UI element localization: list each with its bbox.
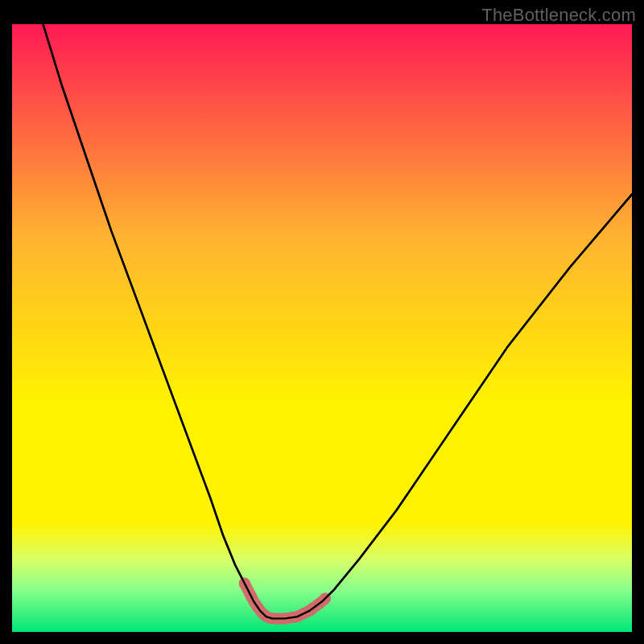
plot-area — [12, 24, 632, 632]
watermark-text: TheBottleneck.com — [481, 5, 636, 26]
bottleneck-chart — [0, 0, 644, 644]
chart-frame: TheBottleneck.com — [0, 0, 644, 644]
